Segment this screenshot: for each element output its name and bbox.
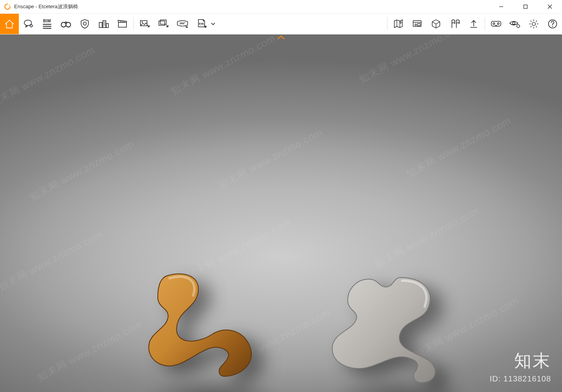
svg-rect-31 — [418, 24, 420, 26]
video-path-button[interactable] — [113, 14, 132, 34]
window-title: Enscape - Etcetera波浪躺椅 — [14, 3, 78, 10]
map-icon — [392, 18, 404, 30]
enscape-logo-icon — [4, 3, 11, 10]
svg-rect-2 — [524, 5, 527, 9]
balloon-hint-button[interactable] — [19, 14, 38, 34]
home-button[interactable] — [0, 14, 19, 34]
svg-rect-11 — [103, 21, 106, 28]
exe-icon: EXE — [195, 18, 207, 30]
tiled-watermark: 知末网 www.znzmo.com — [168, 31, 278, 98]
tiled-watermark: 知末网 www.znzmo.com — [0, 43, 97, 110]
tiled-watermark: 知末网 www.znzmo.com — [215, 125, 325, 192]
binoculars-button[interactable] — [57, 14, 75, 34]
binoculars-icon — [60, 18, 72, 30]
asset-library-icon — [411, 18, 423, 30]
speech-bubble-icon — [22, 18, 34, 30]
bim-line-icon — [43, 24, 51, 25]
bim-info-button[interactable]: BIM — [38, 14, 57, 34]
svg-rect-16 — [119, 22, 127, 27]
tiled-watermark: 知末网 www.znzmo.com — [27, 137, 137, 204]
bim-label: BIM — [43, 19, 51, 23]
export-dropdown-button[interactable] — [211, 14, 215, 34]
svg-line-43 — [531, 21, 532, 22]
panorama-360-icon: 360° — [176, 18, 189, 30]
svg-rect-12 — [106, 24, 109, 27]
svg-line-45 — [536, 21, 537, 22]
image-export-icon — [139, 18, 151, 30]
chevron-up-icon[interactable] — [276, 34, 286, 40]
eye-gear-icon — [509, 18, 521, 30]
home-icon — [4, 18, 15, 30]
cube-icon — [431, 18, 442, 29]
safe-frame-button[interactable] — [75, 14, 94, 34]
help-icon — [547, 18, 558, 29]
collab-annotate-button[interactable] — [445, 14, 464, 34]
visual-settings-button[interactable] — [505, 14, 524, 34]
toolbar-separator — [133, 17, 134, 31]
site-context-button[interactable] — [94, 14, 113, 34]
general-settings-button[interactable] — [524, 14, 543, 34]
flags-icon — [449, 18, 461, 30]
brand-watermark: 知末 — [514, 349, 551, 372]
materials-button[interactable] — [427, 14, 445, 34]
asset-library-button[interactable] — [408, 14, 427, 34]
close-button[interactable] — [538, 0, 562, 13]
svg-point-34 — [493, 23, 495, 25]
svg-line-44 — [536, 26, 537, 27]
svg-rect-10 — [99, 22, 102, 27]
window-controls — [489, 0, 562, 13]
chevron-down-icon — [211, 22, 215, 26]
tiled-watermark: 知末网 www.znzmo.com — [372, 204, 482, 270]
screenshot-button[interactable] — [135, 14, 154, 34]
main-toolbar: BIM 360° EXE — [0, 14, 562, 34]
render-viewport[interactable]: 知末网 www.znzmo.com 知末网 www.znzmo.com 知末网 … — [0, 34, 562, 392]
buildings-icon — [98, 18, 109, 30]
upload-button[interactable] — [464, 14, 483, 34]
upload-icon — [468, 18, 479, 29]
svg-text:360°: 360° — [180, 22, 186, 25]
svg-point-38 — [532, 22, 536, 26]
svg-point-37 — [517, 25, 520, 28]
svg-rect-23 — [161, 20, 166, 24]
wave-lounge-chair-grey — [310, 270, 451, 392]
tiled-watermark: 知末网 www.znzmo.com — [0, 227, 105, 294]
svg-line-46 — [531, 26, 532, 27]
clapperboard-icon — [117, 18, 128, 30]
svg-point-9 — [83, 22, 86, 25]
toolbar-separator — [485, 17, 485, 31]
wave-lounge-chair-orange — [130, 266, 272, 392]
svg-point-28 — [400, 22, 401, 23]
svg-point-36 — [513, 22, 515, 24]
svg-point-30 — [415, 24, 416, 25]
svg-point-0 — [9, 5, 10, 5]
svg-point-6 — [30, 25, 33, 27]
shield-icon — [79, 18, 91, 30]
svg-text:EXE: EXE — [199, 22, 204, 25]
images-export-icon — [158, 18, 170, 30]
minimap-button[interactable] — [389, 14, 408, 34]
svg-point-8 — [66, 22, 71, 27]
svg-point-48 — [552, 26, 553, 27]
batch-render-button[interactable] — [154, 14, 173, 34]
svg-point-7 — [61, 22, 66, 27]
panorama-button[interactable]: 360° — [173, 14, 192, 34]
svg-point-35 — [497, 23, 499, 25]
svg-point-21 — [142, 22, 143, 23]
minimize-button[interactable] — [489, 0, 513, 13]
tiled-watermark: 知末网 www.znzmo.com — [404, 114, 513, 180]
help-button[interactable] — [543, 14, 562, 34]
asset-id-watermark: ID: 1138216108 — [490, 374, 551, 383]
exe-standalone-button[interactable]: EXE — [192, 14, 211, 34]
toolbar-separator — [387, 17, 387, 31]
gear-icon — [528, 18, 539, 29]
tiled-watermark: 知末网 www.znzmo.com — [35, 318, 144, 384]
vr-icon — [490, 18, 502, 30]
vr-headset-button[interactable] — [487, 14, 505, 34]
svg-rect-22 — [159, 21, 165, 25]
maximize-button[interactable] — [513, 0, 538, 13]
title-bar: Enscape - Etcetera波浪躺椅 — [0, 0, 562, 14]
